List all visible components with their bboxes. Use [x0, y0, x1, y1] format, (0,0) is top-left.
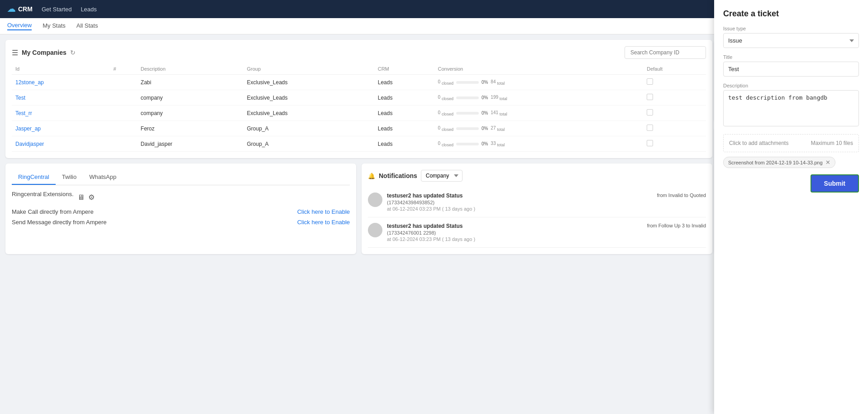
cell-default[interactable] [643, 121, 706, 136]
notif-tag: from Invalid to Quoted [657, 193, 706, 198]
my-companies-card: ☰ My Companies ↻ Id # Description Group … [5, 40, 712, 158]
tab-whatsapp[interactable]: WhatsApp [83, 170, 123, 185]
create-ticket-panel: Create a ticket Issue type Issue Title D… [714, 0, 868, 260]
notif-id: (173342476001 2298) [387, 230, 475, 236]
rc-tabs: RingCentral Twilio WhatsApp [12, 170, 350, 185]
cell-default[interactable] [643, 136, 706, 152]
settings-icon[interactable]: ⚙ [88, 193, 95, 202]
subnav-allstats[interactable]: All Stats [76, 22, 98, 30]
rc-row-call: Make Call directly from Ampere Click her… [12, 208, 350, 215]
notif-tag: from Follow Up 3 to Invalid [647, 223, 706, 228]
notif-avatar [368, 193, 382, 207]
description-label: Description [723, 83, 859, 88]
cell-group: Group_A [243, 136, 374, 152]
cell-conversion: 0 closed 0% 199 total [434, 90, 644, 106]
cell-crm: Leads [374, 136, 434, 152]
notif-id: (1733424398493852) [387, 200, 475, 205]
refresh-icon[interactable]: ↻ [70, 49, 76, 56]
cell-group: Group_A [243, 121, 374, 136]
cell-id[interactable]: Jasper_ap [12, 121, 110, 136]
cell-num [110, 75, 137, 90]
cell-id[interactable]: 12stone_ap [12, 75, 110, 90]
notifications-filter[interactable]: Company Lead All [421, 170, 463, 182]
issue-type-label: Issue type [723, 26, 859, 31]
my-companies-title: My Companies [22, 49, 67, 56]
issue-type-select[interactable]: Issue [723, 33, 859, 48]
crm-logo: ☁ CRM [7, 4, 33, 14]
crm-logo-text: CRM [18, 5, 33, 13]
companies-table: Id # Description Group CRM Conversion De… [12, 63, 706, 152]
cell-crm: Leads [374, 90, 434, 106]
description-group: Description test description from bangdb [723, 83, 859, 128]
menu-icon: ☰ [12, 48, 18, 57]
rc-msg-label: Send Message directly from Ampere [12, 219, 107, 226]
col-group: Group [243, 63, 374, 75]
chip-close-icon[interactable]: ✕ [825, 159, 830, 166]
description-textarea[interactable]: test description from bangdb [723, 90, 859, 126]
subnav-overview[interactable]: Overview [7, 22, 32, 30]
cell-group: Exclusive_Leads [243, 106, 374, 121]
notif-content: testuser2 has updated Status (1733424398… [387, 193, 706, 212]
cell-default[interactable] [643, 106, 706, 121]
table-row: 12stone_ap Zabi Exclusive_Leads Leads 0 … [12, 75, 706, 90]
title-input[interactable] [723, 62, 859, 77]
attachment-dropzone[interactable]: Click to add attachments Maximum 10 file… [723, 134, 859, 152]
cell-crm: Leads [374, 75, 434, 90]
cell-default[interactable] [643, 90, 706, 106]
rc-msg-enable[interactable]: Click here to Enable [297, 219, 350, 226]
cell-desc: company [137, 90, 243, 106]
cell-conversion: 0 closed 0% 141 total [434, 106, 644, 121]
cell-conversion: 0 closed 0% 33 total [434, 136, 644, 152]
topnav-get-started[interactable]: Get Started [42, 6, 72, 13]
notif-text: testuser2 has updated Status [387, 193, 475, 199]
ringcentral-card: RingCentral Twilio WhatsApp Ringcentral … [5, 164, 356, 254]
rc-icons: Ringcentral Extensions. 🖥 ⚙ [12, 191, 350, 204]
cell-default[interactable] [643, 75, 706, 90]
notif-time: at 06-12-2024 03:23 PM ( 13 days ago ) [387, 206, 475, 212]
rc-row-msg: Send Message directly from Ampere Click … [12, 219, 350, 226]
topnav-links: Get Started Leads [42, 6, 97, 13]
rc-desc: Ringcentral Extensions. [12, 191, 74, 197]
col-crm: CRM [374, 63, 434, 75]
table-row: Test company Exclusive_Leads Leads 0 clo… [12, 90, 706, 106]
cell-desc: Zabi [137, 75, 243, 90]
col-hash: # [110, 63, 137, 75]
topnav-leads[interactable]: Leads [81, 6, 96, 13]
notif-content: testuser2 has updated Status (1733424760… [387, 223, 706, 242]
cell-num [110, 136, 137, 152]
cell-num [110, 90, 137, 106]
col-desc: Description [137, 63, 243, 75]
notification-item: testuser2 has updated Status (1733424398… [368, 187, 706, 217]
cell-id[interactable]: Test_rr [12, 106, 110, 121]
subnav-mystats[interactable]: My Stats [43, 22, 66, 30]
cell-conversion: 0 closed 0% 84 total [434, 75, 644, 90]
attachment-filename: Screenshot from 2024-12-19 10-14-33.png [728, 160, 823, 165]
cloud-icon: ☁ [7, 4, 15, 14]
cell-group: Exclusive_Leads [243, 75, 374, 90]
notif-time: at 06-12-2024 03:23 PM ( 13 days ago ) [387, 236, 475, 242]
notif-text: testuser2 has updated Status [387, 223, 475, 229]
rc-call-enable[interactable]: Click here to Enable [297, 208, 350, 215]
tab-twilio[interactable]: Twilio [56, 170, 83, 185]
tab-ringcentral[interactable]: RingCentral [12, 170, 56, 185]
col-default: Default [643, 63, 706, 75]
table-row: Davidjasper David_jasper Group_A Leads 0… [12, 136, 706, 152]
table-row: Test_rr company Exclusive_Leads Leads 0 … [12, 106, 706, 121]
attachment-placeholder: Click to add attachments [729, 140, 788, 146]
search-company-input[interactable] [625, 46, 706, 59]
cell-num [110, 121, 137, 136]
cell-crm: Leads [374, 106, 434, 121]
cell-desc: Feroz [137, 121, 243, 136]
notifications-card: 🔔 Notifications Company Lead All testuse… [362, 164, 712, 254]
notifications-title: Notifications [379, 172, 417, 179]
notif-avatar [368, 223, 382, 237]
title-group: Title [723, 54, 859, 77]
rc-call-label: Make Call directly from Ampere [12, 208, 94, 215]
cell-id[interactable]: Davidjasper [12, 136, 110, 152]
submit-button[interactable]: Submit [811, 174, 859, 193]
notification-item: testuser2 has updated Status (1733424760… [368, 217, 706, 248]
cell-desc: company [137, 106, 243, 121]
cell-id[interactable]: Test [12, 90, 110, 106]
attachment-max: Maximum 10 files [811, 140, 853, 146]
table-row: Jasper_ap Feroz Group_A Leads 0 closed 0… [12, 121, 706, 136]
